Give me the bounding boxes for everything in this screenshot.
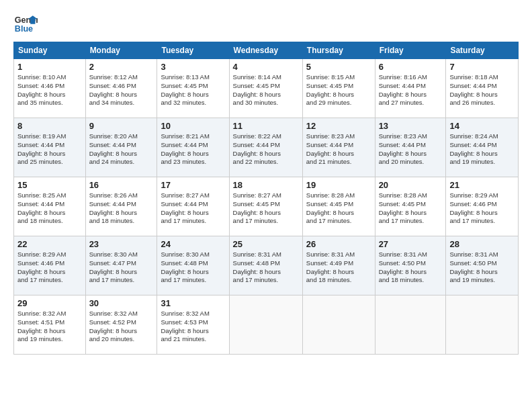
day-info: Sunrise: 8:30 AM Sunset: 4:47 PM Dayligh…	[89, 250, 154, 285]
day-info: Sunrise: 8:28 AM Sunset: 4:45 PM Dayligh…	[306, 191, 371, 226]
day-info: Sunrise: 8:25 AM Sunset: 4:44 PM Dayligh…	[17, 191, 82, 226]
calendar-header-row: SundayMondayTuesdayWednesdayThursdayFrid…	[14, 42, 519, 59]
day-number: 20	[379, 180, 443, 190]
calendar-cell: 17Sunrise: 8:27 AM Sunset: 4:44 PM Dayli…	[157, 177, 229, 236]
day-info: Sunrise: 8:27 AM Sunset: 4:45 PM Dayligh…	[233, 191, 299, 226]
day-number: 29	[17, 298, 82, 308]
day-info: Sunrise: 8:23 AM Sunset: 4:44 PM Dayligh…	[306, 132, 371, 167]
day-number: 2	[89, 62, 154, 72]
day-info: Sunrise: 8:31 AM Sunset: 4:48 PM Dayligh…	[233, 250, 299, 285]
day-number: 10	[161, 121, 225, 131]
calendar-cell: 31Sunrise: 8:32 AM Sunset: 4:53 PM Dayli…	[157, 295, 229, 355]
day-number: 21	[449, 180, 515, 190]
calendar-cell: 3Sunrise: 8:13 AM Sunset: 4:45 PM Daylig…	[157, 59, 229, 118]
calendar-cell: 16Sunrise: 8:26 AM Sunset: 4:44 PM Dayli…	[85, 177, 157, 236]
day-number: 3	[161, 62, 225, 72]
calendar-cell: 13Sunrise: 8:23 AM Sunset: 4:44 PM Dayli…	[375, 118, 446, 177]
svg-text:Blue: Blue	[15, 24, 33, 34]
day-info: Sunrise: 8:31 AM Sunset: 4:50 PM Dayligh…	[449, 250, 515, 285]
calendar-week-row: 22Sunrise: 8:29 AM Sunset: 4:46 PM Dayli…	[14, 236, 519, 295]
calendar-cell: 25Sunrise: 8:31 AM Sunset: 4:48 PM Dayli…	[229, 236, 302, 295]
day-number: 25	[233, 239, 299, 249]
day-header-tuesday: Tuesday	[157, 42, 229, 59]
day-number: 5	[306, 62, 371, 72]
day-number: 19	[306, 180, 371, 190]
day-info: Sunrise: 8:15 AM Sunset: 4:45 PM Dayligh…	[306, 73, 371, 107]
day-header-thursday: Thursday	[302, 42, 375, 59]
calendar-cell: 10Sunrise: 8:21 AM Sunset: 4:44 PM Dayli…	[157, 118, 229, 177]
day-info: Sunrise: 8:14 AM Sunset: 4:45 PM Dayligh…	[233, 73, 299, 107]
calendar-cell	[229, 295, 302, 355]
calendar-cell: 5Sunrise: 8:15 AM Sunset: 4:45 PM Daylig…	[302, 59, 375, 118]
day-number: 1	[17, 62, 82, 72]
day-number: 26	[306, 239, 371, 249]
day-number: 11	[233, 121, 299, 131]
calendar-cell: 22Sunrise: 8:29 AM Sunset: 4:46 PM Dayli…	[14, 236, 86, 295]
day-header-sunday: Sunday	[14, 42, 86, 59]
day-header-friday: Friday	[375, 42, 446, 59]
day-number: 9	[89, 121, 154, 131]
day-number: 27	[379, 239, 443, 249]
day-info: Sunrise: 8:32 AM Sunset: 4:51 PM Dayligh…	[17, 310, 82, 344]
calendar-cell: 2Sunrise: 8:12 AM Sunset: 4:46 PM Daylig…	[85, 59, 157, 118]
day-number: 16	[89, 180, 154, 190]
day-number: 12	[306, 121, 371, 131]
day-header-monday: Monday	[85, 42, 157, 59]
calendar-week-row: 29Sunrise: 8:32 AM Sunset: 4:51 PM Dayli…	[14, 295, 519, 355]
day-info: Sunrise: 8:29 AM Sunset: 4:46 PM Dayligh…	[449, 191, 515, 226]
day-number: 15	[17, 180, 82, 190]
calendar-cell: 14Sunrise: 8:24 AM Sunset: 4:44 PM Dayli…	[446, 118, 519, 177]
logo-icon: General Blue	[13, 11, 38, 35]
calendar-cell: 11Sunrise: 8:22 AM Sunset: 4:44 PM Dayli…	[229, 118, 302, 177]
calendar-cell: 24Sunrise: 8:30 AM Sunset: 4:48 PM Dayli…	[157, 236, 229, 295]
calendar-cell	[375, 295, 446, 355]
day-info: Sunrise: 8:31 AM Sunset: 4:49 PM Dayligh…	[306, 250, 371, 285]
day-info: Sunrise: 8:18 AM Sunset: 4:44 PM Dayligh…	[449, 73, 515, 107]
day-header-wednesday: Wednesday	[229, 42, 302, 59]
calendar-cell: 20Sunrise: 8:28 AM Sunset: 4:45 PM Dayli…	[375, 177, 446, 236]
day-info: Sunrise: 8:31 AM Sunset: 4:50 PM Dayligh…	[379, 250, 443, 285]
calendar-cell: 26Sunrise: 8:31 AM Sunset: 4:49 PM Dayli…	[302, 236, 375, 295]
calendar-cell: 30Sunrise: 8:32 AM Sunset: 4:52 PM Dayli…	[85, 295, 157, 355]
day-info: Sunrise: 8:23 AM Sunset: 4:44 PM Dayligh…	[379, 132, 443, 167]
day-info: Sunrise: 8:29 AM Sunset: 4:46 PM Dayligh…	[17, 250, 82, 285]
day-number: 28	[449, 239, 515, 249]
calendar-cell: 12Sunrise: 8:23 AM Sunset: 4:44 PM Dayli…	[302, 118, 375, 177]
calendar-cell: 15Sunrise: 8:25 AM Sunset: 4:44 PM Dayli…	[14, 177, 86, 236]
day-number: 17	[161, 180, 225, 190]
day-number: 13	[379, 121, 443, 131]
day-number: 24	[161, 239, 225, 249]
calendar-cell: 1Sunrise: 8:10 AM Sunset: 4:46 PM Daylig…	[14, 59, 86, 118]
calendar-table: SundayMondayTuesdayWednesdayThursdayFrid…	[13, 42, 519, 355]
calendar-cell: 27Sunrise: 8:31 AM Sunset: 4:50 PM Dayli…	[375, 236, 446, 295]
day-info: Sunrise: 8:30 AM Sunset: 4:48 PM Dayligh…	[161, 250, 225, 285]
day-info: Sunrise: 8:24 AM Sunset: 4:44 PM Dayligh…	[449, 132, 515, 167]
day-header-saturday: Saturday	[446, 42, 519, 59]
day-number: 23	[89, 239, 154, 249]
day-info: Sunrise: 8:32 AM Sunset: 4:52 PM Dayligh…	[89, 310, 154, 344]
day-info: Sunrise: 8:16 AM Sunset: 4:44 PM Dayligh…	[379, 73, 443, 107]
calendar-week-row: 8Sunrise: 8:19 AM Sunset: 4:44 PM Daylig…	[14, 118, 519, 177]
calendar-cell: 8Sunrise: 8:19 AM Sunset: 4:44 PM Daylig…	[14, 118, 86, 177]
day-info: Sunrise: 8:10 AM Sunset: 4:46 PM Dayligh…	[17, 73, 82, 107]
calendar-cell: 6Sunrise: 8:16 AM Sunset: 4:44 PM Daylig…	[375, 59, 446, 118]
calendar-week-row: 1Sunrise: 8:10 AM Sunset: 4:46 PM Daylig…	[14, 59, 519, 118]
calendar-cell: 18Sunrise: 8:27 AM Sunset: 4:45 PM Dayli…	[229, 177, 302, 236]
day-info: Sunrise: 8:13 AM Sunset: 4:45 PM Dayligh…	[161, 73, 225, 107]
day-info: Sunrise: 8:27 AM Sunset: 4:44 PM Dayligh…	[161, 191, 225, 226]
calendar-cell	[446, 295, 519, 355]
calendar-cell: 4Sunrise: 8:14 AM Sunset: 4:45 PM Daylig…	[229, 59, 302, 118]
calendar-cell: 28Sunrise: 8:31 AM Sunset: 4:50 PM Dayli…	[446, 236, 519, 295]
page: General Blue SundayMondayTuesdayWednesda…	[0, 0, 532, 361]
day-info: Sunrise: 8:28 AM Sunset: 4:45 PM Dayligh…	[379, 191, 443, 226]
day-number: 7	[449, 62, 515, 72]
day-number: 4	[233, 62, 299, 72]
calendar-cell	[302, 295, 375, 355]
logo: General Blue	[13, 11, 38, 35]
header: General Blue	[13, 11, 519, 35]
calendar-week-row: 15Sunrise: 8:25 AM Sunset: 4:44 PM Dayli…	[14, 177, 519, 236]
day-info: Sunrise: 8:26 AM Sunset: 4:44 PM Dayligh…	[89, 191, 154, 226]
calendar-cell: 9Sunrise: 8:20 AM Sunset: 4:44 PM Daylig…	[85, 118, 157, 177]
day-info: Sunrise: 8:20 AM Sunset: 4:44 PM Dayligh…	[89, 132, 154, 167]
day-info: Sunrise: 8:12 AM Sunset: 4:46 PM Dayligh…	[89, 73, 154, 107]
